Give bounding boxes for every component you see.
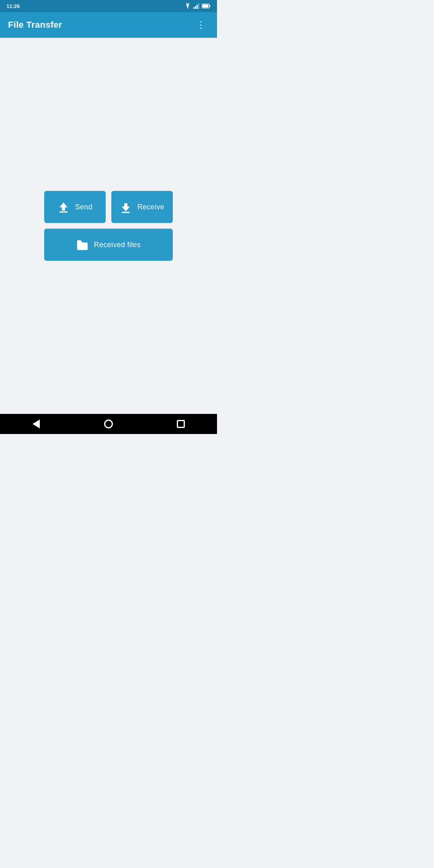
receive-button[interactable]: Receive <box>111 191 173 223</box>
recents-icon <box>177 420 185 428</box>
received-files-button-label: Received files <box>94 241 141 249</box>
upload-icon <box>57 201 70 213</box>
main-content: Send Receive Received files <box>0 38 217 414</box>
send-button-label: Send <box>75 203 92 211</box>
status-icons <box>184 3 211 9</box>
svg-marker-7 <box>59 203 68 211</box>
home-button[interactable] <box>96 416 121 432</box>
svg-rect-3 <box>198 3 199 9</box>
svg-rect-5 <box>203 5 209 8</box>
send-button[interactable]: Send <box>44 191 106 223</box>
nav-bar <box>0 414 217 434</box>
more-menu-button[interactable]: ⋮ <box>193 17 209 33</box>
status-time: 11:26 <box>6 3 20 9</box>
home-icon <box>104 420 113 428</box>
app-bar: File Transfer ⋮ <box>0 12 217 38</box>
status-bar: 11:26 <box>0 0 217 12</box>
svg-rect-1 <box>195 6 196 9</box>
app-title: File Transfer <box>8 20 62 30</box>
receive-button-label: Receive <box>137 203 164 211</box>
signal-icon <box>193 3 200 9</box>
buttons-row: Send Receive <box>44 191 173 223</box>
svg-rect-6 <box>210 5 211 7</box>
svg-rect-2 <box>197 5 198 9</box>
download-icon <box>120 201 132 213</box>
svg-rect-0 <box>193 7 194 9</box>
svg-rect-10 <box>122 212 130 213</box>
svg-rect-8 <box>59 211 68 213</box>
back-icon <box>33 420 40 428</box>
back-button[interactable] <box>24 416 48 432</box>
recents-button[interactable] <box>169 416 193 432</box>
buttons-container: Send Receive Received files <box>44 191 173 261</box>
battery-icon <box>202 4 211 8</box>
svg-marker-9 <box>122 203 130 211</box>
wifi-icon <box>184 3 191 9</box>
received-files-button[interactable]: Received files <box>44 229 173 261</box>
folder-icon <box>76 239 88 251</box>
